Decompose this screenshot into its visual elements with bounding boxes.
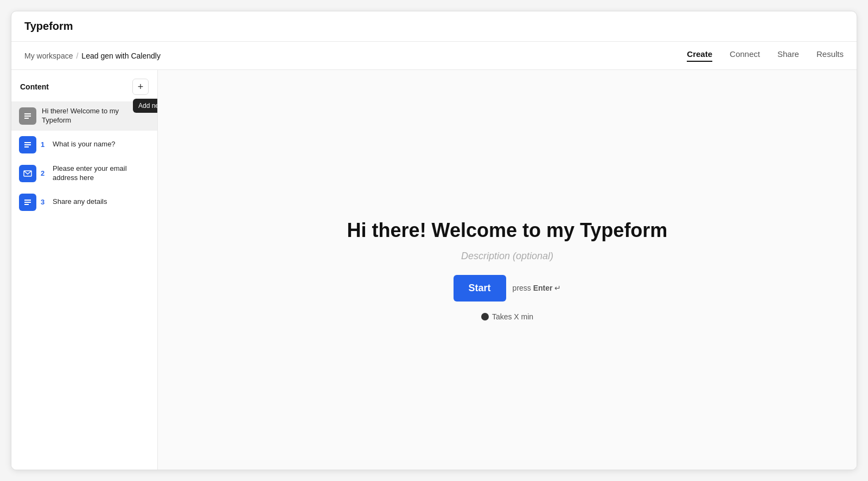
- sidebar-content-label: Content: [20, 82, 49, 91]
- text-icon-3: [23, 198, 32, 207]
- nav-tabs: Create Connect Share Results: [687, 49, 844, 62]
- svg-rect-8: [24, 202, 31, 203]
- svg-rect-2: [24, 118, 29, 119]
- svg-rect-0: [24, 113, 31, 114]
- breadcrumb-form-name[interactable]: Lead gen with Calendly: [81, 52, 161, 60]
- top-bar: Typeform: [11, 11, 857, 42]
- form-actions: Start press Enter ↵: [454, 275, 561, 302]
- svg-rect-3: [24, 142, 31, 143]
- form-preview-description[interactable]: Description (optional): [461, 251, 553, 262]
- clock-icon: [481, 313, 489, 320]
- tab-share[interactable]: Share: [777, 49, 799, 62]
- q1-text: What is your name?: [53, 140, 116, 149]
- form-preview-title[interactable]: Hi there! Welcome to my Typeform: [347, 219, 668, 242]
- svg-rect-9: [24, 204, 29, 205]
- breadcrumb: My workspace / Lead gen with Calendly: [24, 52, 161, 60]
- sidebar-header: Content + Add new question (⌘ + /): [11, 70, 157, 101]
- svg-rect-7: [24, 200, 31, 201]
- form-preview-area: Hi there! Welcome to my Typeform Descrip…: [158, 70, 857, 470]
- sidebar-items: Hi there! Welcome to my Typeform 1 What …: [11, 101, 157, 216]
- svg-rect-4: [24, 144, 31, 145]
- breadcrumb-workspace[interactable]: My workspace: [24, 52, 73, 60]
- q3-num: 3: [41, 198, 48, 206]
- svg-rect-5: [24, 146, 29, 147]
- email-icon: [23, 169, 32, 178]
- welcome-item-text: Hi there! Welcome to my Typeform: [42, 107, 150, 125]
- takes-time-label: Takes X min: [492, 312, 533, 321]
- q2-icon: [19, 165, 36, 182]
- plus-icon: +: [138, 81, 144, 93]
- q1-icon: [19, 136, 36, 153]
- tab-create[interactable]: Create: [687, 49, 712, 62]
- add-question-button[interactable]: + Add new question (⌘ + /): [132, 79, 149, 95]
- sidebar-item-welcome[interactable]: Hi there! Welcome to my Typeform: [11, 101, 157, 131]
- press-enter-hint: press Enter ↵: [513, 284, 561, 292]
- main-layout: Content + Add new question (⌘ + /): [11, 70, 857, 470]
- breadcrumb-separator: /: [76, 52, 78, 60]
- q3-text: Share any details: [53, 197, 107, 207]
- bars-icon: [23, 112, 32, 120]
- takes-time-indicator: Takes X min: [481, 312, 533, 321]
- nav-bar: My workspace / Lead gen with Calendly Cr…: [11, 42, 857, 70]
- sidebar-item-q3[interactable]: 3 Share any details: [11, 188, 157, 216]
- start-button[interactable]: Start: [454, 275, 506, 302]
- sidebar-item-q2[interactable]: 2 Please enter your email address here: [11, 159, 157, 188]
- q2-num: 2: [41, 169, 48, 177]
- q3-icon: [19, 194, 36, 211]
- sidebar: Content + Add new question (⌘ + /): [11, 70, 158, 470]
- tab-connect[interactable]: Connect: [730, 49, 760, 62]
- svg-rect-1: [24, 116, 31, 117]
- text-icon-1: [23, 140, 32, 149]
- sidebar-item-q1[interactable]: 1 What is your name?: [11, 131, 157, 159]
- app-title: Typeform: [24, 20, 73, 33]
- q1-num: 1: [41, 140, 48, 149]
- welcome-icon: [19, 107, 36, 125]
- tab-results[interactable]: Results: [816, 49, 844, 62]
- q2-text: Please enter your email address here: [53, 164, 150, 183]
